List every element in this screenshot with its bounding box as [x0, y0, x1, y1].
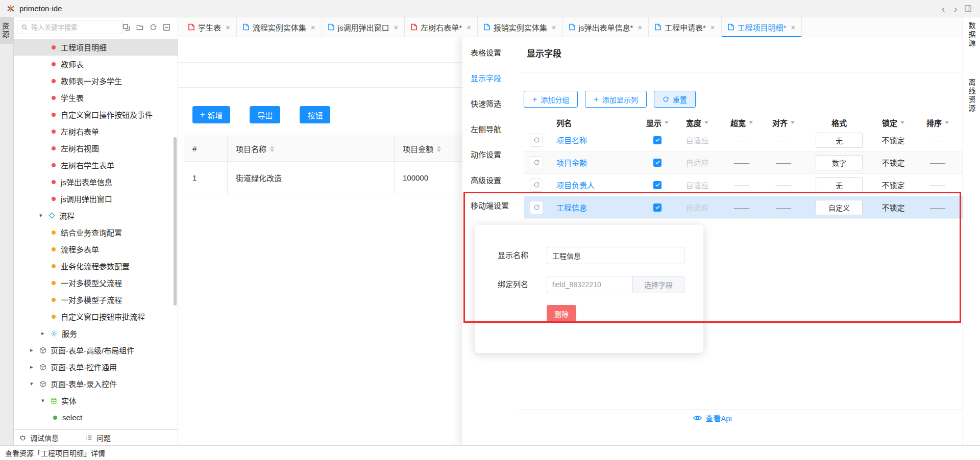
sort-value[interactable]: —— [930, 203, 945, 212]
tree-item[interactable]: 业务化流程参数配置 [14, 258, 178, 274]
row-refresh-icon[interactable] [530, 156, 543, 169]
tree-item[interactable]: ▾流程 [14, 207, 178, 224]
lock-value[interactable]: 不锁定 [881, 202, 904, 213]
debug-info-tab[interactable]: 调试信息 [19, 432, 59, 443]
nav-back-icon[interactable]: ‹ [937, 4, 949, 14]
width-value[interactable]: 自适应 [685, 202, 708, 213]
tree-item[interactable]: 自定义窗口按钮审批流程 [14, 308, 178, 325]
tab-2[interactable]: js调用弹出窗口× [322, 17, 405, 37]
column-name-link[interactable]: 项目名称 [556, 135, 587, 145]
tab-3[interactable]: 左树右表单*× [405, 17, 478, 37]
format-button[interactable]: 无 [816, 177, 863, 193]
grid-row[interactable]: 项目名称自适应————无不锁定—— [524, 129, 963, 151]
panel-layout-icon[interactable] [962, 5, 974, 12]
tree-item[interactable]: 左树右视图 [14, 140, 178, 157]
tab-1[interactable]: 流程实例实体集× [237, 17, 322, 37]
panel-nav-item[interactable]: 动作设置 [462, 147, 519, 163]
grid-header-width[interactable]: 宽度 [674, 117, 721, 128]
reset-button[interactable]: 重置 [654, 91, 696, 108]
sort-value[interactable]: —— [930, 158, 945, 167]
tree-item[interactable]: select [14, 409, 178, 426]
format-button[interactable]: 无 [816, 133, 863, 148]
row-refresh-icon[interactable] [530, 178, 543, 192]
tree-item[interactable]: 学生表 [14, 89, 178, 106]
caret-right-icon[interactable]: ▸ [30, 347, 39, 353]
tree-item[interactable]: js调用弹出窗口 [14, 190, 178, 207]
sort-icons[interactable] [437, 146, 441, 152]
choose-field-button[interactable]: 选择字段 [633, 276, 684, 293]
panel-nav-item[interactable]: 快速筛选 [462, 96, 519, 112]
tab-4[interactable]: 报销实例实体集× [478, 17, 563, 37]
panel-nav-item[interactable]: 高级设置 [462, 173, 519, 188]
format-button[interactable]: 自定义 [816, 200, 863, 215]
tree-item[interactable]: 结合业务查询配置 [14, 224, 178, 241]
align-value[interactable]: —— [776, 158, 791, 167]
rail-tab-resources[interactable]: 资源 [0, 17, 13, 44]
caret-right-icon[interactable]: ▸ [30, 364, 39, 370]
grid-row[interactable]: 项目金额自适应————数字不锁定—— [524, 151, 963, 174]
close-icon[interactable]: × [552, 23, 556, 32]
show-checkbox[interactable] [653, 181, 662, 189]
refresh-icon[interactable] [150, 23, 157, 31]
folder-icon[interactable] [136, 23, 144, 31]
panel-nav-item[interactable]: 移动端设置 [462, 198, 519, 214]
tree-item[interactable]: ▾页面-表单-录入控件 [14, 375, 178, 392]
width-value[interactable]: 自适应 [685, 135, 708, 145]
tree-item[interactable]: ▸服务 [14, 325, 178, 342]
tree-item[interactable]: js弹出表单信息 [14, 173, 178, 190]
close-icon[interactable]: × [710, 23, 715, 32]
grid-header-show[interactable]: 显示 [641, 117, 674, 128]
grid-header-sort[interactable]: 排序 [913, 117, 963, 128]
show-checkbox[interactable] [653, 159, 662, 167]
bind-column-input[interactable] [547, 276, 633, 293]
lock-value[interactable]: 不锁定 [881, 135, 904, 145]
custom-button[interactable]: 按钮 [300, 106, 330, 123]
grid-header-align[interactable]: 对齐 [763, 117, 804, 128]
grid-header-overwide[interactable]: 超宽 [721, 117, 763, 128]
grid-header-lock[interactable]: 锁定 [874, 117, 913, 128]
caret-down-icon[interactable]: ▾ [30, 380, 39, 387]
tree-item[interactable]: 流程多表单 [14, 241, 178, 258]
delete-button[interactable]: 删除 [547, 305, 576, 322]
panel-nav-item[interactable]: 显示字段 [462, 71, 519, 86]
tree-scrollbar[interactable] [174, 137, 177, 305]
add-group-button[interactable]: +添加分组 [524, 91, 578, 108]
nav-forward-icon[interactable]: › [949, 4, 962, 14]
close-icon[interactable]: × [791, 23, 795, 32]
tab-0[interactable]: 学生表× [182, 17, 237, 37]
align-value[interactable]: —— [776, 203, 791, 212]
lock-value[interactable]: 不锁定 [881, 180, 904, 190]
caret-down-icon[interactable]: ▾ [41, 397, 51, 404]
caret-right-icon[interactable]: ▸ [41, 330, 51, 337]
rail-tab-offline-resources[interactable]: 离线资源 [967, 79, 977, 113]
view-api-link[interactable]: 查看Api [462, 413, 963, 423]
panel-nav-item[interactable]: 表格设置 [462, 45, 519, 61]
grid-row[interactable]: 工程信息自适应————自定义不锁定—— [524, 196, 963, 219]
search-box[interactable] [17, 20, 122, 34]
tree-item[interactable]: 工程项目明细 [14, 39, 178, 56]
align-value[interactable]: —— [776, 181, 791, 189]
sort-value[interactable]: —— [930, 136, 945, 144]
sort-value[interactable]: —— [930, 181, 945, 189]
close-icon[interactable]: × [394, 23, 398, 32]
tree-item[interactable]: 一对多模型子流程 [14, 291, 178, 308]
close-icon[interactable]: × [226, 23, 230, 32]
grid-row[interactable]: 项目负责人自适应————无不锁定—— [524, 174, 963, 196]
tree-item[interactable]: ▾实体 [14, 392, 178, 409]
table-header-1[interactable]: 项目名称 [227, 136, 394, 161]
rail-tab-data-source[interactable]: 数据源 [967, 22, 977, 48]
problems-tab[interactable]: 问题 [85, 432, 111, 443]
tree-item[interactable]: 左树右学生表单 [14, 157, 178, 173]
sort-icons[interactable] [270, 146, 274, 152]
close-icon[interactable]: × [311, 23, 315, 32]
lock-value[interactable]: 不锁定 [881, 157, 904, 168]
export-button[interactable]: 导出 [250, 106, 280, 123]
tree-item[interactable]: ▸页面-表单-控件通用 [14, 359, 178, 375]
overwide-value[interactable]: —— [734, 203, 749, 212]
row-refresh-icon[interactable] [530, 201, 543, 214]
tree-item[interactable]: ▸页面-表单-高级/布局组件 [14, 342, 178, 359]
tree-item[interactable]: 教师表 [14, 56, 178, 72]
close-icon[interactable]: × [467, 23, 471, 32]
copy-pages-icon[interactable] [122, 23, 130, 31]
tree-item[interactable]: 左树右表单 [14, 123, 178, 140]
